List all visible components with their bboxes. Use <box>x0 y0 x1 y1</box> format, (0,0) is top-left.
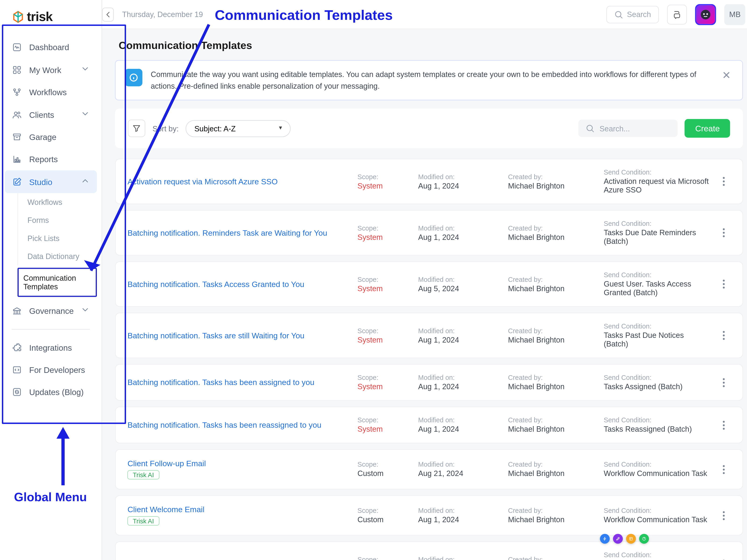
template-title[interactable]: Batching notification. Tasks has been as… <box>127 378 349 387</box>
chart-icon <box>12 154 22 164</box>
nav-governance[interactable]: Governance <box>0 299 102 322</box>
template-row[interactable]: Document Management. The review has been… <box>115 541 743 560</box>
row-menu-button[interactable] <box>717 464 731 474</box>
row-menu-button[interactable] <box>717 378 731 387</box>
nav-for-developers[interactable]: For Developers <box>0 359 102 381</box>
row-menu-button[interactable] <box>717 420 731 430</box>
modified-label: Modified on: <box>418 327 500 334</box>
subnav-data-dictionary[interactable]: Data Dictionary <box>18 247 102 266</box>
chevron-up-icon <box>81 176 90 187</box>
page-title: Communication Templates <box>102 29 747 60</box>
nav-my-work[interactable]: My Work <box>0 58 102 81</box>
info-banner: Communicate the way you want using edita… <box>115 60 743 101</box>
fab-group <box>600 534 649 544</box>
template-row[interactable]: Client Welcome Email Trisk AI Scope:Cust… <box>115 496 743 536</box>
sort-select[interactable]: Subject: A-Z <box>186 120 291 137</box>
svg-point-8 <box>15 112 17 114</box>
fab-rocket[interactable] <box>613 534 623 544</box>
collapse-sidebar-button[interactable] <box>102 7 114 21</box>
studio-subnav: Workflows Forms Pick Lists Data Dictiona… <box>0 193 102 297</box>
template-row[interactable]: Batching notification. Tasks has been as… <box>115 364 743 401</box>
user-avatar[interactable]: MB <box>724 4 745 25</box>
create-button[interactable]: Create <box>685 119 730 138</box>
global-search[interactable]: Search <box>607 6 659 23</box>
brand-logo[interactable]: trisk <box>0 0 102 30</box>
svg-rect-10 <box>14 134 21 136</box>
modified-label: Modified on: <box>418 224 500 231</box>
modified-value: Aug 1, 2024 <box>418 232 500 241</box>
send-label: Send Condition: <box>604 417 709 424</box>
template-row[interactable]: Client Follow-up Email Trisk AI Scope:Cu… <box>115 449 743 489</box>
sidebar: trisk Dashboard My Work Workflows Client… <box>0 0 102 560</box>
template-title[interactable]: Batching notification. Reminders Task ar… <box>127 229 349 237</box>
svg-point-43 <box>723 511 725 513</box>
template-row[interactable]: Batching notification. Tasks Access Gran… <box>115 261 743 307</box>
subnav-forms[interactable]: Forms <box>18 211 102 229</box>
modified-value: Aug 5, 2024 <box>418 284 500 293</box>
nav-dashboard[interactable]: Dashboard <box>0 36 102 58</box>
subnav-pick-lists[interactable]: Pick Lists <box>18 229 102 247</box>
nav-workflows[interactable]: Workflows <box>0 81 102 103</box>
nav-clients[interactable]: Clients <box>0 103 102 126</box>
svg-point-45 <box>723 518 725 520</box>
template-row[interactable]: Batching notification. Reminders Task ar… <box>115 210 743 256</box>
template-row[interactable]: Batching notification. Tasks are still W… <box>115 313 743 358</box>
banner-close-button[interactable]: ✕ <box>720 69 733 82</box>
template-title[interactable]: Client Follow-up Email <box>127 459 349 468</box>
send-label: Send Condition: <box>604 507 709 514</box>
row-menu-button[interactable] <box>717 279 731 289</box>
filter-button[interactable] <box>128 120 146 137</box>
bank-icon <box>12 305 22 316</box>
creator-value: Michael Brighton <box>508 284 595 293</box>
grid-icon <box>12 64 22 75</box>
template-title[interactable]: Batching notification. Tasks Access Gran… <box>127 280 349 289</box>
row-menu-button[interactable] <box>717 511 731 520</box>
template-title[interactable]: Batching notification. Tasks are still W… <box>127 331 349 340</box>
chat-button[interactable] <box>667 4 687 24</box>
ai-assistant-button[interactable] <box>695 4 716 25</box>
svg-rect-12 <box>17 158 18 162</box>
svg-rect-14 <box>14 367 21 373</box>
fab-help[interactable] <box>639 534 649 544</box>
template-title[interactable]: Activation request via Microsoft Azure S… <box>127 177 349 186</box>
scope-value: System <box>357 425 410 433</box>
svg-point-19 <box>706 13 708 15</box>
scope-label: Scope: <box>357 374 410 381</box>
svg-point-44 <box>723 514 725 516</box>
row-menu-button[interactable] <box>717 331 731 340</box>
subnav-communication-templates[interactable]: Communication Templates <box>18 268 97 297</box>
modified-value: Aug 1, 2024 <box>418 425 500 433</box>
send-label: Send Condition: <box>604 551 709 558</box>
svg-point-35 <box>723 381 725 383</box>
nav-label: Integrations <box>29 343 72 352</box>
template-row[interactable]: Activation request via Microsoft Azure S… <box>115 159 743 204</box>
branch-icon <box>12 87 22 98</box>
nav-integrations[interactable]: Integrations <box>0 337 102 359</box>
code-icon <box>12 365 22 375</box>
svg-point-38 <box>723 424 725 426</box>
created-label: Created by: <box>508 275 595 283</box>
scope-value: System <box>357 382 410 391</box>
nav-label: Reports <box>29 155 58 164</box>
subnav-workflows[interactable]: Workflows <box>18 193 102 211</box>
template-title[interactable]: Client Welcome Email <box>127 505 349 514</box>
nav-studio[interactable]: Studio <box>5 170 97 193</box>
nav-reports[interactable]: Reports <box>0 148 102 170</box>
nav-label: Studio <box>29 177 52 186</box>
edit-icon <box>12 177 22 187</box>
nav-updates[interactable]: Updates (Blog) <box>0 381 102 403</box>
row-menu-button[interactable] <box>717 177 731 186</box>
modified-value: Aug 1, 2024 <box>418 181 500 190</box>
nav-garage[interactable]: Garage <box>0 126 102 148</box>
svg-rect-3 <box>14 71 16 73</box>
send-value: Tasks Past Due Notices (Batch) <box>604 331 709 348</box>
created-label: Created by: <box>508 374 595 381</box>
list-search[interactable]: Search... <box>578 120 678 137</box>
send-label: Send Condition: <box>604 169 709 176</box>
row-menu-button[interactable] <box>717 228 731 238</box>
fab-lightning[interactable] <box>600 534 610 544</box>
fab-template[interactable] <box>626 534 636 544</box>
template-row[interactable]: Batching notification. Tasks has been re… <box>115 407 743 444</box>
svg-point-33 <box>723 338 725 340</box>
template-title[interactable]: Batching notification. Tasks has been re… <box>127 421 349 430</box>
